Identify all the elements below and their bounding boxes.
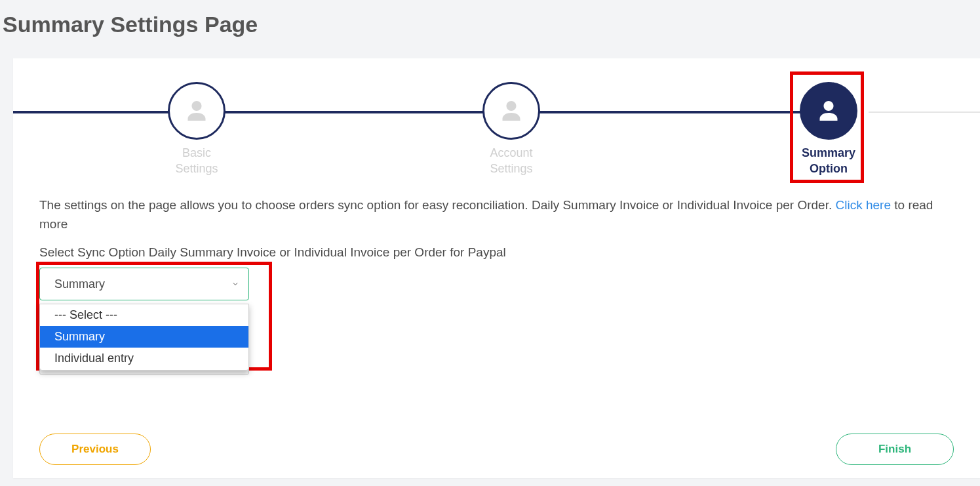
page-title: Summary Settings Page [0,0,980,37]
sync-option-group: Summary --- Select --- Summary Individua… [39,268,249,300]
step-label-summary-option: SummaryOption [783,145,874,177]
wizard-footer: Previous Finish [13,434,980,465]
intro-text: The settings on the page allows you to c… [39,196,954,233]
user-icon [185,99,208,123]
intro-before-link: The settings on the page allows you to c… [39,198,836,212]
stepper-progress-line [13,111,829,113]
sync-option-item-summary[interactable]: Summary [40,326,248,348]
settings-card: BasicSettings AccountSettings SummaryOpt… [13,58,980,478]
sync-option-value: Summary [54,277,105,291]
user-icon [500,99,523,123]
sync-option-select[interactable]: Summary [39,268,249,300]
step-label-basic-settings: BasicSettings [151,145,243,177]
sync-option-label: Select Sync Option Daily Summary Invoice… [39,245,954,260]
step-account-settings[interactable] [482,82,540,140]
step-basic-settings[interactable] [168,82,225,140]
previous-button[interactable]: Previous [39,434,151,465]
user-icon [817,99,840,123]
sync-option-dropdown: --- Select --- Summary Individual entry [39,304,249,371]
chevron-down-icon [231,280,239,288]
step-summary-option[interactable] [800,82,857,140]
sync-option-item-select[interactable]: --- Select --- [40,304,248,326]
sync-option-item-individual[interactable]: Individual entry [40,348,248,369]
click-here-link[interactable]: Click here [836,198,891,212]
finish-button[interactable]: Finish [836,434,954,465]
step-label-account-settings: AccountSettings [465,145,557,177]
stepper-remaining-line [869,111,980,113]
stepper: BasicSettings AccountSettings SummaryOpt… [13,58,980,196]
